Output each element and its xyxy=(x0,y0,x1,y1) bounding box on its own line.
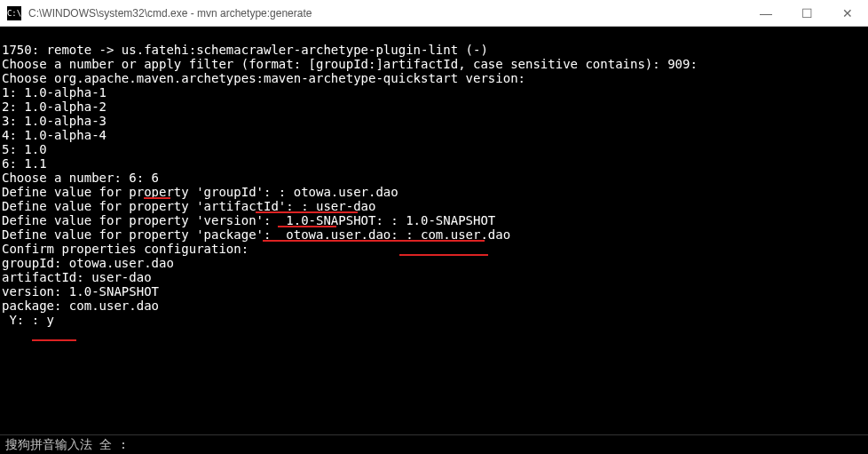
terminal-line: 3: 1.0-alpha-3 xyxy=(2,114,107,128)
terminal-line: Define value for property 'version': 1.0… xyxy=(2,213,495,227)
close-button[interactable]: ✕ xyxy=(827,0,868,26)
window-title: C:\WINDOWS\system32\cmd.exe - mvn archet… xyxy=(28,7,746,20)
terminal-line: 5: 1.0 xyxy=(2,142,47,156)
terminal-line: Define value for property 'groupId': : o… xyxy=(2,185,398,199)
annotation-underline xyxy=(263,240,485,242)
terminal-line: Choose a number: 6: 6 xyxy=(2,171,159,185)
terminal-output[interactable]: 1750: remote -> us.fatehi:schemacrawler-… xyxy=(0,27,868,343)
terminal-line: 2: 1.0-alpha-2 xyxy=(2,100,107,114)
annotation-underline xyxy=(256,211,358,213)
terminal-line: 6: 1.1 xyxy=(2,156,47,171)
window-controls: — ☐ ✕ xyxy=(746,0,868,26)
terminal-line: package: com.user.dao xyxy=(2,299,159,313)
annotation-underline xyxy=(32,339,76,341)
window-titlebar: C:\ C:\WINDOWS\system32\cmd.exe - mvn ar… xyxy=(0,0,868,27)
ime-status-bar: 搜狗拼音输入法 全 : xyxy=(0,434,868,454)
maximize-button[interactable]: ☐ xyxy=(786,0,827,26)
terminal-wrapper: 1750: remote -> us.fatehi:schemacrawler-… xyxy=(0,27,868,343)
terminal-line: 1: 1.0-alpha-1 xyxy=(2,85,107,100)
terminal-line: Choose org.apache.maven.archetypes:maven… xyxy=(2,71,525,85)
minimize-button[interactable]: — xyxy=(746,0,786,26)
terminal-line: artifactId: user-dao xyxy=(2,270,152,284)
terminal-line: Y: : y xyxy=(2,313,54,327)
annotation-underline xyxy=(399,254,488,256)
cmd-icon: C:\ xyxy=(7,6,21,20)
terminal-line: Confirm properties configuration: xyxy=(2,242,249,256)
terminal-line: version: 1.0-SNAPSHOT xyxy=(2,284,159,299)
terminal-line: 4: 1.0-alpha-4 xyxy=(2,128,107,142)
terminal-line: 1750: remote -> us.fatehi:schemacrawler-… xyxy=(2,43,488,57)
annotation-underline xyxy=(144,197,170,199)
annotation-underline xyxy=(278,226,336,227)
terminal-line: groupId: otowa.user.dao xyxy=(2,256,174,270)
terminal-line: Choose a number or apply filter (format:… xyxy=(2,57,698,71)
